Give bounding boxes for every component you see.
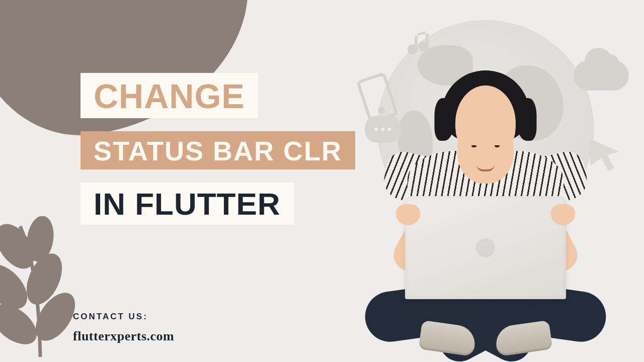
music-note-icon	[408, 30, 437, 59]
headline-line-2: STATUS BAR CLR	[80, 131, 355, 169]
headline-line-3: IN FLUTTER	[80, 183, 294, 225]
contact-label: CONTACT US:	[73, 312, 174, 322]
contact-block: CONTACT US: flutterxperts.com	[73, 312, 174, 344]
person-with-laptop	[350, 65, 621, 362]
laptop-icon	[405, 196, 566, 299]
contact-website: flutterxperts.com	[73, 329, 174, 344]
headline-line-1: CHANGE	[80, 73, 258, 118]
headline-stack: CHANGE STATUS BAR CLR IN FLUTTER	[80, 73, 355, 225]
hero-illustration	[332, 0, 639, 362]
